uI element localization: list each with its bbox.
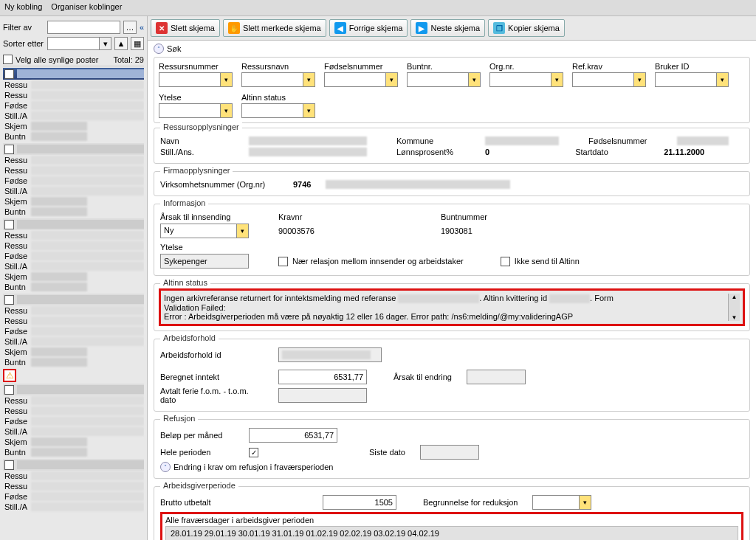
dropdown-icon[interactable] [579, 496, 591, 509]
agp-dates-box: Alle fraværsdager i arbeidsgiver periode… [160, 512, 743, 540]
ressursnavn-label: Ressursnavn [241, 62, 315, 71]
next-icon: ▶ [416, 22, 427, 34]
belop-input[interactable]: 6531,77 [249, 428, 337, 443]
brukerid-input[interactable] [655, 72, 729, 87]
altinn-status-box: Ingen arkivreferanse returnert for innte… [159, 288, 745, 326]
dropdown-icon[interactable] [468, 73, 480, 86]
arsak-endring-value [467, 370, 526, 384]
refusjon-legend: Refusjon [160, 414, 198, 423]
beregnet-input[interactable]: 6531,77 [278, 370, 367, 384]
endring-expander[interactable]: ˅Endring i krav om refusjon i fraværsper… [160, 462, 743, 472]
list-group-header[interactable] [3, 459, 144, 471]
list-group-header[interactable] [3, 143, 144, 155]
menu-organiser[interactable]: Organiser koblinger [51, 2, 122, 13]
refusjon-fieldset: Refusjon Beløp per måned 6531,77 Hele pe… [154, 419, 750, 479]
list-field: Fødse [3, 101, 30, 110]
list-field: Buntn [3, 132, 30, 141]
status-scrollbar[interactable]: ▲▼ [728, 294, 740, 321]
dropdown-icon[interactable] [551, 73, 563, 86]
main-panel: ✕Slett skjema ✋Slett merkede skjema ◀For… [148, 16, 756, 540]
arsak-select[interactable]: Ny [160, 224, 249, 238]
sok-expander[interactable]: ˄Søk [154, 44, 750, 54]
filter-browse-button[interactable]: … [123, 21, 137, 34]
sort-direction-button[interactable]: ▲ [114, 37, 128, 50]
sort-select[interactable]: ▾ [47, 37, 111, 50]
sort-label: Sorter etter [3, 39, 44, 48]
delete-selected-button[interactable]: ✋Slett merkede skjema [223, 19, 326, 37]
agp-fieldset: Arbeidsgiverperiode Brutto utbetalt 1505… [154, 486, 750, 540]
ressurs-legend: Ressursopplysninger [160, 122, 242, 131]
naer-relasjon-checkbox[interactable] [278, 257, 288, 266]
dropdown-icon[interactable] [236, 224, 248, 238]
kravnr-value: 90003576 [278, 226, 426, 235]
select-all-label: Velg alle synlige poster [16, 55, 99, 64]
collapse-sidebar-icon[interactable]: « [140, 23, 144, 32]
orgnr-label: Org.nr. [489, 62, 563, 71]
ressursnummer-input[interactable] [159, 72, 233, 87]
firma-legend: Firmaopplysninger [160, 166, 233, 175]
record-list[interactable]: Ressu Ressu Fødse Still./A Skjem Buntn R… [3, 66, 144, 537]
agp-dates-label: Alle fraværsdager i arbeidsgiver periode… [165, 516, 738, 525]
next-button[interactable]: ▶Neste skjema [410, 19, 485, 37]
fods-label: Fødselsnummer [588, 136, 662, 145]
hele-perioden-checkbox[interactable] [249, 448, 258, 457]
brutto-label: Brutto utbetalt [160, 498, 308, 507]
ressursnavn-input[interactable] [241, 72, 315, 87]
prev-button[interactable]: ◀Forrige skjema [329, 19, 408, 37]
brukerid-label: Bruker ID [655, 62, 729, 71]
refkrav-input[interactable] [572, 72, 646, 87]
menu-ny-kobling[interactable]: Ny kobling [4, 2, 42, 13]
firma-fieldset: Firmaopplysninger Virksomhetsnummer (Org… [154, 171, 750, 196]
list-group-header[interactable] [3, 294, 144, 305]
belop-label: Beløp per måned [160, 431, 234, 440]
ytelse-label2: Ytelse [160, 243, 264, 252]
siste-dato-label: Siste dato [369, 448, 405, 457]
dropdown-icon[interactable] [220, 73, 232, 86]
arbeidsforhold-id-label: Arbeidsforhold id [160, 350, 264, 359]
delete-button[interactable]: ✕Slett skjema [151, 19, 220, 37]
altinn-l2: Validation Failed: [164, 303, 728, 312]
list-field: Ressu [3, 91, 30, 100]
ferie-value [278, 388, 367, 403]
brutto-input[interactable]: 1505 [323, 495, 396, 510]
refkrav-label: Ref.krav [572, 62, 646, 71]
arsak-label: Årsak til innsending [160, 212, 264, 221]
buntnr-input[interactable] [407, 72, 481, 87]
altinnstatus-input[interactable] [241, 103, 315, 118]
siste-dato-value [420, 445, 479, 460]
ressursnummer-label: Ressursnummer [159, 62, 233, 71]
ytelse-input[interactable] [159, 103, 233, 118]
select-all-checkbox[interactable] [3, 55, 13, 64]
dropdown-icon[interactable] [716, 73, 728, 86]
dropdown-icon[interactable] [303, 104, 315, 117]
ikke-send-checkbox[interactable] [501, 257, 510, 266]
hand-icon: ✋ [228, 22, 240, 34]
list-group-header[interactable] [3, 218, 144, 230]
dropdown-icon[interactable] [385, 73, 397, 86]
copy-button[interactable]: ❐Kopier skjema [488, 19, 565, 37]
filter-label: Filter av [3, 23, 44, 32]
naer-relasjon-label: Nær relasjon mellom innsender og arbeids… [292, 257, 464, 266]
sort-extra-button[interactable]: ▦ [131, 37, 144, 50]
kommune-label: Kommune [396, 136, 470, 145]
orgnr-input[interactable] [489, 72, 563, 87]
dropdown-icon[interactable] [633, 73, 645, 86]
filter-input[interactable] [47, 21, 120, 34]
orgnr-value: 9746 [293, 180, 311, 189]
still-label: Still./Ans. [160, 148, 234, 156]
dropdown-icon[interactable] [220, 104, 232, 117]
buntnr-label: Buntnr. [407, 62, 481, 71]
list-group-header[interactable] [3, 384, 144, 395]
info-legend: Informasjon [160, 198, 208, 207]
ikke-send-label: Ikke send til Altinn [515, 257, 580, 266]
fods-value [677, 136, 729, 145]
list-group-header[interactable] [3, 68, 144, 80]
dropdown-icon[interactable] [303, 73, 315, 86]
altinn-l1a: Ingen arkivreferanse returnert for innte… [164, 294, 398, 302]
begrunnelse-select[interactable] [532, 495, 591, 510]
orgnr-full-label: Virksomhetsnummer (Org.nr) [160, 180, 278, 189]
fodselsnummer-input[interactable] [324, 72, 398, 87]
ferie-label: Avtalt ferie f.o.m. - t.o.m. dato [160, 387, 264, 404]
altinn-legend: Altinn status [160, 278, 210, 287]
agp-legend: Arbeidsgiverperiode [160, 481, 238, 490]
